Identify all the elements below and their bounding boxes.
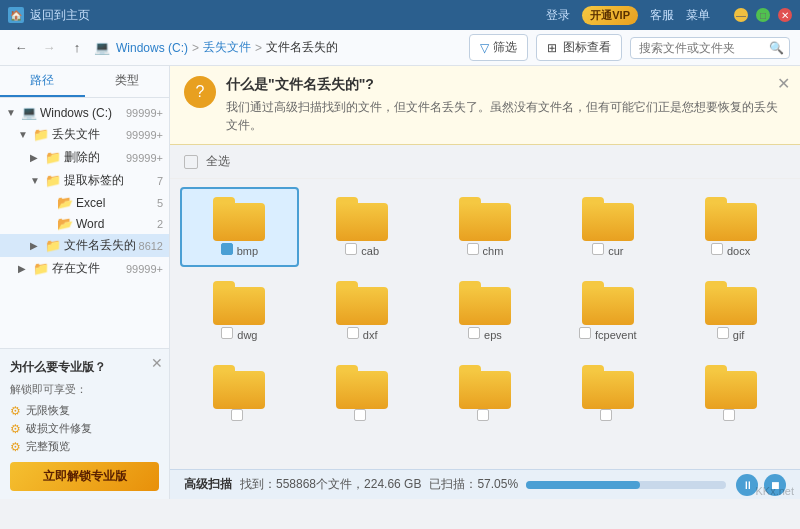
- file-item-fcpevent[interactable]: fcpevent: [548, 271, 667, 351]
- file-checkbox-r3c1[interactable]: [231, 409, 243, 421]
- folder-icon-gif: [705, 281, 757, 325]
- file-name-eps: eps: [484, 329, 502, 341]
- folder-icon-bmp: [213, 197, 265, 241]
- file-checkbox-gif[interactable]: [717, 327, 729, 339]
- pause-btn[interactable]: ⏸: [736, 474, 758, 496]
- file-name-gif: gif: [733, 329, 745, 341]
- tree-item-lost[interactable]: ▼ 📁 丢失文件 99999+: [0, 123, 169, 146]
- info-close-btn[interactable]: ✕: [777, 74, 790, 93]
- file-checkbox-r3c5[interactable]: [723, 409, 735, 421]
- file-item-bmp[interactable]: bmp: [180, 187, 299, 267]
- drive-icon: 💻: [94, 40, 110, 55]
- file-item-dwg[interactable]: dwg: [180, 271, 299, 351]
- back-btn[interactable]: ←: [10, 37, 32, 59]
- file-item-r3c2[interactable]: [303, 355, 422, 431]
- title-bar-home[interactable]: 返回到主页: [30, 7, 90, 24]
- tree-count: 99999+: [126, 263, 163, 275]
- menu-btn[interactable]: 菜单: [686, 7, 710, 24]
- file-name-row-r3c5: [723, 409, 739, 421]
- feature-label-1: 无限恢复: [26, 403, 70, 418]
- file-checkbox-bmp[interactable]: [221, 243, 233, 255]
- file-item-cab[interactable]: cab: [303, 187, 422, 267]
- file-checkbox-r3c2[interactable]: [354, 409, 366, 421]
- file-item-docx[interactable]: docx: [671, 187, 790, 267]
- tree-label: 丢失文件: [52, 126, 124, 143]
- file-item-chm[interactable]: chm: [426, 187, 545, 267]
- tree-label: 提取标签的: [64, 172, 155, 189]
- file-checkbox-r3c4[interactable]: [600, 409, 612, 421]
- file-checkbox-cur[interactable]: [592, 243, 604, 255]
- breadcrumb-lost[interactable]: 丢失文件: [203, 39, 251, 56]
- tree-count: 99999+: [126, 107, 163, 119]
- file-item-dxf[interactable]: dxf: [303, 271, 422, 351]
- file-name-row-cab: cab: [345, 241, 379, 257]
- file-checkbox-fcpevent[interactable]: [579, 327, 591, 339]
- service-btn[interactable]: 客服: [650, 7, 674, 24]
- folder-tree-icon: 📁: [33, 261, 49, 276]
- breadcrumb-current: 文件名丢失的: [266, 39, 338, 56]
- expand-arrow: ▼: [6, 107, 18, 118]
- file-checkbox-docx[interactable]: [711, 243, 723, 255]
- tree-item-excel[interactable]: 📂 Excel 5: [0, 192, 169, 213]
- search-input[interactable]: [639, 41, 769, 55]
- tree-item-word[interactable]: 📂 Word 2: [0, 213, 169, 234]
- file-checkbox-eps[interactable]: [468, 327, 480, 339]
- tab-type[interactable]: 类型: [85, 66, 170, 97]
- forward-btn[interactable]: →: [38, 37, 60, 59]
- win-controls: — □ ✕: [734, 8, 792, 22]
- nav-bar: ← → ↑ 💻 Windows (C:) > 丢失文件 > 文件名丢失的 ▽ 筛…: [0, 30, 800, 66]
- view-label: 图标查看: [563, 39, 611, 56]
- tree-count: 5: [157, 197, 163, 209]
- file-item-cur[interactable]: cur: [548, 187, 667, 267]
- file-item-gif[interactable]: gif: [671, 271, 790, 351]
- file-item-r3c3[interactable]: [426, 355, 545, 431]
- info-desc: 我们通过高级扫描找到的文件，但文件名丢失了。虽然没有文件名，但有可能它们正是您想…: [226, 98, 786, 134]
- up-btn[interactable]: ↑: [66, 37, 88, 59]
- file-item-r3c5[interactable]: [671, 355, 790, 431]
- status-btns: ⏸ ⏹: [736, 474, 786, 496]
- tree-label: 文件名丢失的: [64, 237, 137, 254]
- tree-item-nameless[interactable]: ▶ 📁 文件名丢失的 8612: [0, 234, 169, 257]
- tree-item-windows[interactable]: ▼ 💻 Windows (C:) 99999+: [0, 102, 169, 123]
- title-bar-right: 登录 开通VIP 客服 菜单 — □ ✕: [546, 6, 792, 25]
- file-checkbox-cab[interactable]: [345, 243, 357, 255]
- breadcrumb-windows[interactable]: Windows (C:): [116, 41, 188, 55]
- file-checkbox-dwg[interactable]: [221, 327, 233, 339]
- select-all-label: 全选: [206, 153, 230, 170]
- search-icon[interactable]: 🔍: [769, 41, 784, 55]
- tree-item-tagged[interactable]: ▼ 📁 提取标签的 7: [0, 169, 169, 192]
- filter-btn[interactable]: ▽ 筛选: [469, 34, 528, 61]
- minimize-btn[interactable]: —: [734, 8, 748, 22]
- folder-icon-r3c3: [459, 365, 511, 409]
- folder-tree-icon: 📁: [33, 127, 49, 142]
- nav-actions: ▽ 筛选 ⊞ 图标查看 🔍: [469, 34, 790, 61]
- close-btn[interactable]: ✕: [778, 8, 792, 22]
- status-found: 找到：558868个文件，224.66 GB: [240, 476, 421, 493]
- file-name-row-docx: docx: [711, 241, 750, 257]
- folder-icon-docx: [705, 197, 757, 241]
- promo-feature-3: ⚙ 完整预览: [10, 439, 159, 454]
- tree-count: 99999+: [126, 129, 163, 141]
- content-area: ? 什么是"文件名丢失的"? 我们通过高级扫描找到的文件，但文件名丢失了。虽然没…: [170, 66, 800, 499]
- file-item-r3c1[interactable]: [180, 355, 299, 431]
- select-all-checkbox[interactable]: [184, 155, 198, 169]
- login-btn[interactable]: 登录: [546, 7, 570, 24]
- maximize-btn[interactable]: □: [756, 8, 770, 22]
- promo-close-btn[interactable]: ✕: [151, 355, 163, 371]
- file-item-eps[interactable]: eps: [426, 271, 545, 351]
- folder-tree-icon: 📁: [45, 173, 61, 188]
- expand-arrow: ▶: [30, 152, 42, 163]
- file-checkbox-r3c3[interactable]: [477, 409, 489, 421]
- tab-path[interactable]: 路径: [0, 66, 85, 97]
- folder-icon-cur: [582, 197, 634, 241]
- info-text: 什么是"文件名丢失的"? 我们通过高级扫描找到的文件，但文件名丢失了。虽然没有文…: [226, 76, 786, 134]
- file-checkbox-dxf[interactable]: [347, 327, 359, 339]
- promo-unlock-btn[interactable]: 立即解锁专业版: [10, 462, 159, 491]
- tree-item-deleted[interactable]: ▶ 📁 删除的 99999+: [0, 146, 169, 169]
- stop-btn[interactable]: ⏹: [764, 474, 786, 496]
- view-toggle-btn[interactable]: ⊞ 图标查看: [536, 34, 622, 61]
- file-item-r3c4[interactable]: [548, 355, 667, 431]
- tree-item-existing[interactable]: ▶ 📁 存在文件 99999+: [0, 257, 169, 280]
- file-checkbox-chm[interactable]: [467, 243, 479, 255]
- vip-btn[interactable]: 开通VIP: [582, 6, 638, 25]
